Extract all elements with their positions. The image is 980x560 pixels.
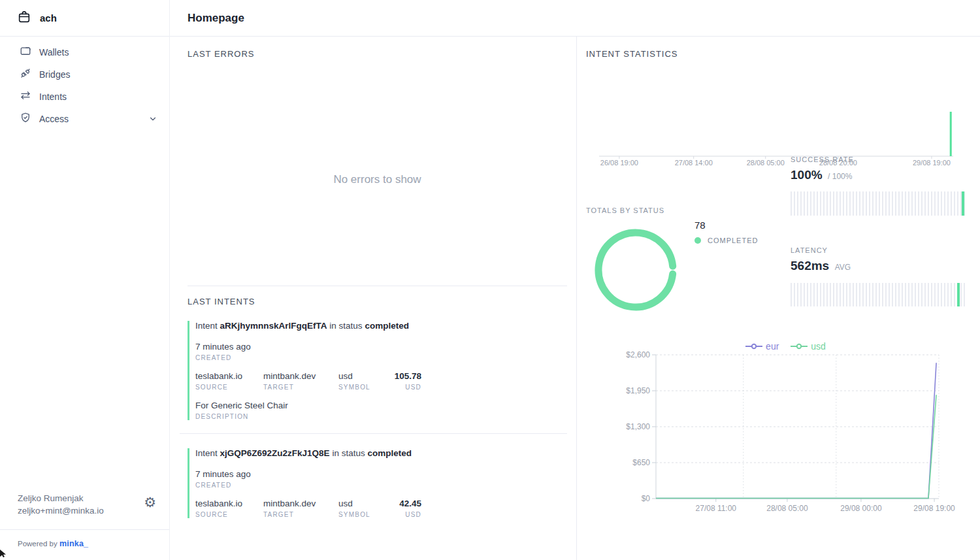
- wallet-icon: [20, 45, 31, 59]
- intent-statistics-title: INTENT STATISTICS: [586, 49, 678, 59]
- intent-status: completed: [367, 448, 412, 458]
- success-rate-value: 100%: [791, 168, 823, 182]
- intent-source: teslabank.io: [195, 371, 263, 381]
- target-label: TARGET: [263, 511, 338, 518]
- svg-text:26/08 19:00: 26/08 19:00: [600, 159, 638, 167]
- intent-created-value: 7 minutes ago: [195, 342, 567, 352]
- sidebar-nav: Wallets Bridges: [0, 37, 169, 130]
- sidebar-item-bridges[interactable]: Bridges: [0, 63, 169, 86]
- svg-text:29/08 19:00: 29/08 19:00: [913, 504, 955, 513]
- app-root: ach Wallets: [0, 0, 980, 560]
- user-email: zeljko+mint@minka.io: [18, 504, 157, 517]
- page-title: Homepage: [188, 12, 244, 25]
- page-header: Homepage: [170, 0, 980, 37]
- intent-symbol: usd: [338, 499, 394, 508]
- source-label: SOURCE: [195, 511, 263, 518]
- last-errors-title: LAST ERRORS: [188, 49, 567, 59]
- chevron-down-icon: [148, 114, 157, 126]
- intent-created-value: 7 minutes ago: [195, 469, 567, 479]
- powered-by-text: Powered by: [18, 540, 57, 548]
- totals-by-status-label: TOTALS BY STATUS: [586, 206, 664, 214]
- briefcase-icon: [17, 10, 31, 27]
- target-label: TARGET: [263, 384, 338, 391]
- workspace-name: ach: [40, 12, 57, 24]
- sidebar: ach Wallets: [0, 0, 170, 560]
- gear-icon[interactable]: ⚙: [144, 496, 156, 509]
- success-rate-label: SUCCESS RATE: [791, 156, 965, 163]
- shield-check-icon: [20, 112, 31, 126]
- intent-id: xjGQP6Z692Zu2zFkJ1Q8E: [220, 448, 330, 458]
- latency-bar-chart: [791, 283, 965, 306]
- symbol-label: SYMBOL: [338, 384, 394, 391]
- intent-target: mintbank.dev: [263, 499, 338, 508]
- sidebar-divider: [0, 529, 169, 530]
- latency-label: LATENCY: [791, 246, 965, 254]
- workspace-switcher[interactable]: ach: [0, 0, 169, 37]
- sidebar-item-label: Wallets: [39, 47, 69, 58]
- intent-source: teslabank.io: [195, 499, 263, 508]
- intent-fields: teslabank.io mintbank.dev usd 105.78 SOU…: [195, 371, 567, 391]
- completed-count: 78: [694, 220, 758, 231]
- svg-text:28/08 05:00: 28/08 05:00: [766, 504, 808, 513]
- latency-metric: LATENCY 562ms AVG: [791, 246, 965, 273]
- completed-dot-icon: [694, 237, 701, 244]
- status-donut-chart: [593, 227, 678, 312]
- user-profile: Zeljko Rumenjak zeljko+mint@minka.io ⚙: [18, 492, 157, 517]
- latency-unit: AVG: [835, 263, 851, 272]
- last-errors-empty-state: No errors to show: [188, 59, 567, 286]
- svg-text:28/08 05:00: 28/08 05:00: [747, 159, 785, 167]
- svg-text:27/08 14:00: 27/08 14:00: [675, 159, 713, 167]
- sidebar-item-wallets[interactable]: Wallets: [0, 41, 169, 63]
- success-rate-bar-chart: [791, 191, 965, 216]
- amount-label: USD: [394, 511, 421, 518]
- svg-text:$1,950: $1,950: [626, 386, 650, 395]
- plug-icon: [20, 67, 31, 82]
- intent-card[interactable]: Intent xjGQP6Z692Zu2zFkJ1Q8E in status c…: [188, 448, 567, 518]
- intent-fields: teslabank.io mintbank.dev usd 42.45 SOUR…: [195, 499, 567, 518]
- mouse-cursor: [0, 548, 8, 560]
- left-column: LAST ERRORS No errors to show LAST INTEN…: [170, 37, 577, 560]
- intent-title: Intent aRKjhymnnskArlFgqEfTA in status c…: [195, 321, 567, 331]
- intent-id: aRKjhymnnskArlFgqEfTA: [220, 321, 327, 331]
- line-marker-icon: [745, 343, 762, 350]
- powered-by: Powered by minka_: [18, 539, 88, 548]
- currency-line-chart: $0$650$1,300$1,950$2,60027/08 11:0028/08…: [614, 350, 957, 516]
- svg-text:$2,600: $2,600: [626, 350, 650, 359]
- minka-brand-link[interactable]: minka_: [59, 539, 88, 548]
- right-column: INTENT STATISTICS 26/08 19:0027/08 14:00…: [577, 37, 980, 560]
- description-label: DESCRIPTION: [195, 413, 567, 420]
- intent-title: Intent xjGQP6Z692Zu2zFkJ1Q8E in status c…: [195, 448, 567, 458]
- success-rate-metric: SUCCESS RATE 100% / 100%: [791, 156, 965, 182]
- intent-created-label: CREATED: [195, 482, 567, 489]
- empty-message: No errors to show: [333, 173, 421, 186]
- amount-label: USD: [394, 384, 421, 391]
- svg-text:$0: $0: [642, 494, 651, 503]
- intent-target: mintbank.dev: [263, 371, 338, 381]
- intent-card[interactable]: Intent aRKjhymnnskArlFgqEfTA in status c…: [188, 321, 567, 420]
- sidebar-item-label: Bridges: [39, 69, 70, 80]
- intent-symbol: usd: [338, 371, 394, 381]
- sidebar-item-label: Intents: [39, 91, 67, 102]
- columns: LAST ERRORS No errors to show LAST INTEN…: [170, 37, 980, 560]
- card-divider: [180, 433, 567, 434]
- last-intents-title: LAST INTENTS: [188, 297, 567, 306]
- latency-value: 562ms: [791, 259, 829, 272]
- intent-amount: 42.45: [394, 499, 421, 508]
- svg-text:27/08 11:00: 27/08 11:00: [696, 504, 737, 513]
- intent-description: For Generic Steel Chair: [195, 401, 567, 410]
- section-divider: [188, 286, 567, 286]
- latency-marker: [957, 283, 960, 306]
- sidebar-item-access[interactable]: Access: [0, 108, 169, 130]
- completed-label: COMPLETED: [708, 237, 758, 244]
- sidebar-item-label: Access: [39, 114, 69, 124]
- sidebar-item-intents[interactable]: Intents: [0, 86, 169, 108]
- intent-amount: 105.78: [394, 371, 421, 381]
- swap-arrows-icon: [20, 90, 31, 104]
- symbol-label: SYMBOL: [338, 511, 394, 518]
- user-name: Zeljko Rumenjak: [18, 492, 157, 504]
- svg-text:$650: $650: [632, 458, 650, 467]
- intent-status: completed: [365, 321, 409, 331]
- success-rate-marker: [962, 191, 964, 216]
- intent-created-label: CREATED: [195, 354, 567, 361]
- success-rate-target: / 100%: [828, 172, 852, 181]
